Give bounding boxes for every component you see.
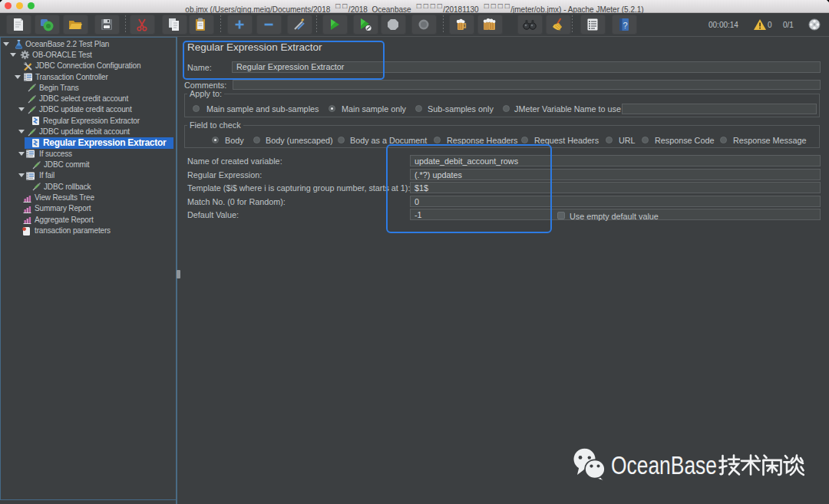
svg-text:?: ? (623, 21, 627, 30)
svg-text:OceanBase: OceanBase (611, 453, 717, 479)
